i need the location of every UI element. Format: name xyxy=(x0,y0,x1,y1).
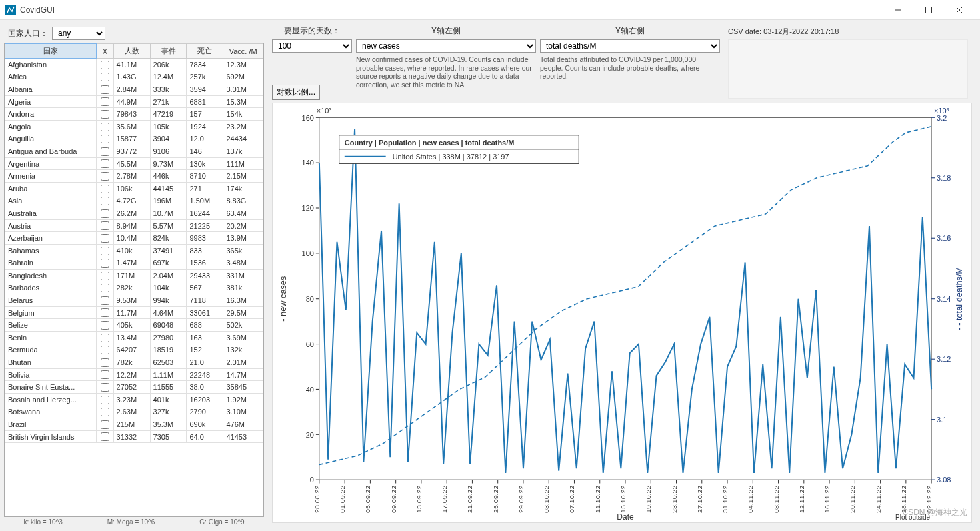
minimize-button[interactable] xyxy=(883,0,913,20)
row-checkbox[interactable] xyxy=(101,110,109,119)
table-row[interactable]: Bahamas410k37491833365k xyxy=(5,244,263,257)
row-checkbox[interactable] xyxy=(101,370,109,379)
days-select[interactable]: 100 xyxy=(272,39,352,53)
row-checkbox[interactable] xyxy=(101,334,109,342)
row-checkbox[interactable] xyxy=(101,396,109,404)
table-row[interactable]: Africa1.43G12.4M257k692M xyxy=(5,71,263,83)
table-row[interactable]: Armenia2.78M446k87102.15M xyxy=(5,170,263,183)
col-events[interactable]: 事件 xyxy=(150,44,187,59)
row-checkbox[interactable] xyxy=(101,172,109,181)
table-row[interactable]: Angola35.6M105k192423.2M xyxy=(5,120,263,133)
row-checkbox[interactable] xyxy=(101,321,109,330)
table-row[interactable]: Argentina45.5M9.73M130k111M xyxy=(5,157,263,170)
table-row[interactable]: Algeria44.9M271k688115.3M xyxy=(5,95,263,108)
svg-text:×10³: ×10³ xyxy=(317,107,331,115)
row-checkbox[interactable] xyxy=(101,408,109,416)
svg-text:29.09.22: 29.09.22 xyxy=(517,485,525,513)
col-vacc[interactable]: Vacc. /M xyxy=(223,44,263,59)
table-row[interactable]: Bonaire Sint Eusta...270521155538.035845 xyxy=(5,381,263,394)
table-row[interactable]: Anguilla15877390412.024434 xyxy=(5,133,263,145)
row-checkbox[interactable] xyxy=(101,358,109,367)
row-checkbox[interactable] xyxy=(101,197,109,205)
table-row[interactable]: Brazil215M35.3M690k476M xyxy=(5,418,263,431)
table-row[interactable]: Bahrain1.47M697k15363.48M xyxy=(5,257,263,270)
table-row[interactable]: Botswana2.63M327k27903.10M xyxy=(5,406,263,418)
svg-text:- - total deaths/M: - - total deaths/M xyxy=(955,267,964,331)
row-checkbox[interactable] xyxy=(101,420,109,429)
population-filter-select[interactable]: any xyxy=(52,27,105,40)
col-x[interactable]: X xyxy=(97,44,113,59)
table-row[interactable]: Albania2.84M333k35943.01M xyxy=(5,83,263,96)
row-checkbox[interactable] xyxy=(101,185,109,193)
table-row[interactable]: Andorra7984347219157154k xyxy=(5,108,263,121)
country-table[interactable]: 国家 X 人数 事件 死亡 Vacc. /M Afghanistan41.1M2… xyxy=(4,43,264,517)
row-checkbox[interactable] xyxy=(101,221,109,230)
row-checkbox[interactable] xyxy=(101,123,109,131)
svg-text:0: 0 xyxy=(310,476,314,484)
svg-text:15.10.22: 15.10.22 xyxy=(619,485,627,513)
table-row[interactable]: Belarus9.53M994k711816.3M xyxy=(5,294,263,307)
table-row[interactable]: Aruba106k44145271174k xyxy=(5,182,263,195)
col-deaths[interactable]: 死亡 xyxy=(187,44,223,59)
svg-rect-1 xyxy=(7,13,15,13)
left-panel: 国家人口： any 国家 X 人数 事件 死亡 Vacc. /M Afghani… xyxy=(4,24,264,527)
row-checkbox[interactable] xyxy=(101,432,109,441)
table-row[interactable]: Benin13.4M279801633.69M xyxy=(5,332,263,344)
table-row[interactable]: Asia4.72G196M1.50M8.83G xyxy=(5,195,263,207)
row-checkbox[interactable] xyxy=(101,296,109,305)
col-pop[interactable]: 人数 xyxy=(113,44,150,59)
table-row[interactable]: Afghanistan41.1M206k783412.3M xyxy=(5,59,263,71)
table-row[interactable]: Bosnia and Herzeg...3.23M401k162031.92M xyxy=(5,394,263,406)
table-row[interactable]: Australia26.2M10.7M1624463.4M xyxy=(5,207,263,220)
row-checkbox[interactable] xyxy=(101,308,109,317)
row-checkbox[interactable] xyxy=(101,147,109,156)
svg-text:17.09.22: 17.09.22 xyxy=(441,485,448,513)
row-checkbox[interactable] xyxy=(101,346,109,354)
svg-text:27.10.22: 27.10.22 xyxy=(696,485,703,513)
row-checkbox[interactable] xyxy=(101,284,109,292)
table-row[interactable]: Azerbaijan10.4M824k998313.9M xyxy=(5,232,263,245)
svg-text:3.16: 3.16 xyxy=(937,234,951,242)
svg-text:3.14: 3.14 xyxy=(937,295,951,303)
left-axis-select[interactable]: new cases xyxy=(356,39,536,53)
row-checkbox[interactable] xyxy=(101,73,109,81)
watermark: CSDN @海神之光 xyxy=(902,507,967,518)
row-checkbox[interactable] xyxy=(101,272,109,280)
row-checkbox[interactable] xyxy=(101,209,109,218)
table-row[interactable]: Belgium11.7M4.64M3306129.5M xyxy=(5,306,263,319)
row-checkbox[interactable] xyxy=(101,234,109,243)
table-row[interactable]: Belize405k69048688502k xyxy=(5,319,263,332)
svg-text:3.2: 3.2 xyxy=(937,113,947,121)
svg-text:16.11.22: 16.11.22 xyxy=(823,485,831,513)
table-row[interactable]: Bolivia12.2M1.11M2224814.7M xyxy=(5,368,263,381)
table-row[interactable]: Bangladesh171M2.04M29433331M xyxy=(5,270,263,282)
table-row[interactable]: Bermuda6420718519152132k xyxy=(5,344,263,356)
row-checkbox[interactable] xyxy=(101,159,109,168)
log-scale-button[interactable]: 对数比例... xyxy=(272,85,320,100)
svg-text:United States | 338M | 37812 |: United States | 338M | 37812 | 3197 xyxy=(393,153,509,161)
right-panel: 要显示的天数： 100 对数比例... Y轴左侧 new cases New c… xyxy=(268,24,976,527)
table-row[interactable]: Austria8.94M5.57M2122520.2M xyxy=(5,219,263,232)
row-checkbox[interactable] xyxy=(101,85,109,94)
row-checkbox[interactable] xyxy=(101,383,109,392)
population-filter-label: 国家人口： xyxy=(8,28,48,39)
row-checkbox[interactable] xyxy=(101,259,109,268)
row-checkbox[interactable] xyxy=(101,61,109,69)
col-country[interactable]: 国家 xyxy=(5,44,97,59)
table-row[interactable]: British Virgin Islands31332730564.041453 xyxy=(5,430,263,443)
row-checkbox[interactable] xyxy=(101,97,109,106)
right-axis-desc: Total deaths attributed to COVID-19 per … xyxy=(540,55,720,81)
svg-text:07.10.22: 07.10.22 xyxy=(569,485,576,513)
svg-text:09.09.22: 09.09.22 xyxy=(390,485,397,513)
row-checkbox[interactable] xyxy=(101,247,109,255)
row-checkbox[interactable] xyxy=(101,135,109,143)
close-button[interactable] xyxy=(944,0,975,20)
table-row[interactable]: Antigua and Barbuda937729106146137k xyxy=(5,145,263,158)
svg-text:05.09.22: 05.09.22 xyxy=(365,485,372,513)
table-row[interactable]: Bhutan782k6250321.02.01M xyxy=(5,356,263,369)
svg-text:40: 40 xyxy=(306,385,314,393)
table-footer-note: k: kilo = 10^3 M: Mega = 10^6 G: Giga = … xyxy=(4,517,264,527)
table-row[interactable]: Barbados282k104k567381k xyxy=(5,282,263,294)
right-axis-select[interactable]: total deaths/M xyxy=(540,39,720,53)
maximize-button[interactable] xyxy=(913,0,944,20)
